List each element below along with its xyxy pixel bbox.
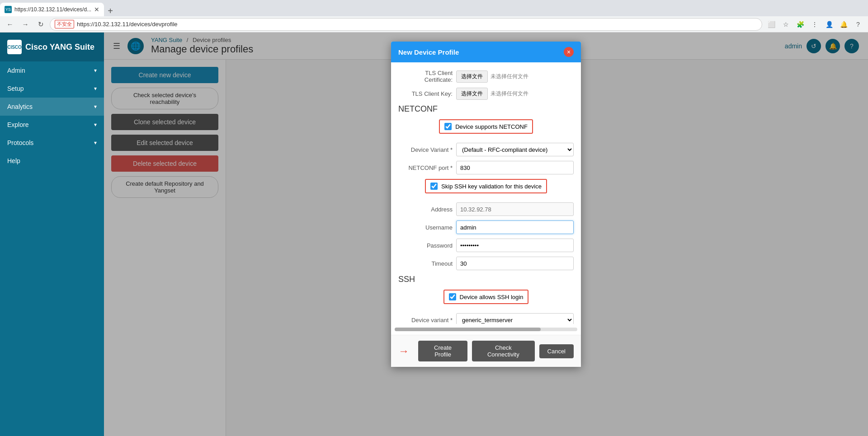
- sidebar-item-admin[interactable]: Admin ▾: [0, 61, 104, 80]
- scrollbar[interactable]: [395, 328, 577, 331]
- address-text: https://10.32.132.11/devices/devprofile: [77, 21, 178, 28]
- forward-button[interactable]: →: [19, 18, 32, 31]
- tab-favicon: YS: [5, 6, 12, 13]
- profile-icon[interactable]: 👤: [823, 18, 835, 31]
- tls-cert-filename: 未选择任何文件: [491, 73, 528, 80]
- netconf-supports-checkbox-group: Device supports NETCONF: [439, 119, 533, 134]
- tab-close-btn[interactable]: ✕: [94, 6, 99, 13]
- netconf-supports-row: Device supports NETCONF: [398, 119, 574, 138]
- cancel-button[interactable]: Cancel: [539, 344, 574, 358]
- chevron-admin: ▾: [94, 67, 97, 74]
- cast-icon[interactable]: ⬜: [765, 18, 778, 31]
- netconf-address-input[interactable]: [456, 202, 574, 216]
- notification-icon[interactable]: 🔔: [837, 18, 850, 31]
- ssh-allows-label[interactable]: Device allows SSH login: [460, 294, 524, 300]
- skip-ssh-row: Skip SSH key validation for this device: [398, 179, 574, 198]
- ssh-allows-checkbox-group: Device allows SSH login: [443, 290, 529, 304]
- sidebar-item-setup[interactable]: Setup ▾: [0, 80, 104, 98]
- netconf-address-label: Address: [398, 206, 453, 213]
- sidebar-item-analytics[interactable]: Analytics ▾: [0, 98, 104, 116]
- tls-key-file-group: 选择文件 未选择任何文件: [456, 88, 574, 100]
- create-profile-button[interactable]: Create Profile: [418, 341, 467, 361]
- netconf-password-row: Password: [398, 239, 574, 252]
- skip-ssh-checkbox[interactable]: [430, 183, 438, 190]
- toolbar-icons: ⬜ ☆ 🧩 ⋮ 👤 🔔 ?: [765, 18, 864, 31]
- netconf-port-label: NETCONF port *: [398, 164, 453, 171]
- browser-toolbar: ← → ↻ 不安全 https://10.32.132.11/devices/d…: [0, 16, 868, 33]
- tab-title: https://10.32.132.11/devices/d...: [14, 6, 91, 13]
- tls-cert-row: TLS Client Certificate: 选择文件 未选择任何文件: [398, 70, 574, 83]
- ssh-device-variant-label: Device variant *: [398, 317, 453, 323]
- netconf-supports-label[interactable]: Device supports NETCONF: [455, 123, 528, 130]
- sidebar-item-protocols[interactable]: Protocols ▾: [0, 134, 104, 152]
- arrow-indicator: →: [398, 345, 409, 357]
- sidebar-label-analytics: Analytics: [7, 103, 33, 110]
- netconf-supports-checkbox[interactable]: [444, 123, 452, 130]
- netconf-username-input[interactable]: [456, 220, 574, 234]
- new-tab-button[interactable]: +: [104, 6, 117, 16]
- help-icon[interactable]: ?: [852, 18, 864, 31]
- security-warning: 不安全: [55, 20, 74, 28]
- netconf-username-label: Username: [398, 224, 453, 231]
- sidebar-label-setup: Setup: [7, 85, 24, 92]
- netconf-password-label: Password: [398, 242, 453, 249]
- skip-ssh-label[interactable]: Skip SSH key validation for this device: [441, 183, 542, 190]
- refresh-button[interactable]: ↻: [34, 18, 47, 31]
- netconf-timeout-input[interactable]: [456, 257, 574, 270]
- netconf-section-title: NETCONF: [398, 104, 574, 114]
- browser-chrome: YS https://10.32.132.11/devices/d... ✕ +…: [0, 0, 868, 33]
- netconf-timeout-row: Timeout: [398, 257, 574, 270]
- sidebar-label-admin: Admin: [7, 67, 25, 74]
- modal-close-button[interactable]: ×: [564, 47, 574, 57]
- check-connectivity-button[interactable]: Check Connectivity: [472, 341, 534, 361]
- sidebar-label-protocols: Protocols: [7, 139, 33, 146]
- scrollbar-thumb: [395, 328, 541, 331]
- address-bar[interactable]: 不安全 https://10.32.132.11/devices/devprof…: [50, 18, 762, 31]
- chevron-setup: ▾: [94, 85, 97, 92]
- tls-key-file-button[interactable]: 选择文件: [456, 88, 488, 100]
- sidebar: CISCO Cisco YANG Suite Admin ▾ Setup ▾ A…: [0, 33, 104, 436]
- skip-ssh-checkbox-group: Skip SSH key validation for this device: [425, 179, 547, 193]
- ssh-allows-checkbox[interactable]: [449, 293, 456, 300]
- modal-overlay: New Device Profile × TLS Client Certific…: [104, 33, 868, 436]
- tls-key-row: TLS Client Key: 选择文件 未选择任何文件: [398, 88, 574, 100]
- sidebar-label-explore: Explore: [7, 121, 28, 128]
- modal-scrollbar-area: [391, 324, 581, 335]
- tls-cert-label: TLS Client Certificate:: [398, 70, 453, 83]
- ssh-allows-row: Device allows SSH login: [398, 290, 574, 309]
- active-tab[interactable]: YS https://10.32.132.11/devices/d... ✕: [0, 3, 104, 16]
- sidebar-header: CISCO Cisco YANG Suite: [0, 33, 104, 61]
- app-container: CISCO Cisco YANG Suite Admin ▾ Setup ▾ A…: [0, 33, 868, 436]
- device-variant-row: Device Variant * (Default - RFC-complian…: [398, 143, 574, 156]
- sidebar-item-help[interactable]: Help: [0, 152, 104, 170]
- logo-text: CISCO: [7, 45, 22, 50]
- device-variant-label: Device Variant *: [398, 146, 453, 153]
- tls-cert-file-button[interactable]: 选择文件: [456, 70, 488, 83]
- netconf-username-row: Username: [398, 220, 574, 234]
- modal-title: New Device Profile: [398, 48, 459, 56]
- ssh-device-variant-select[interactable]: generic_termserver: [456, 313, 574, 324]
- sidebar-brand: Cisco YANG Suite: [25, 42, 94, 52]
- back-button[interactable]: ←: [4, 18, 16, 31]
- chevron-protocols: ▾: [94, 140, 97, 146]
- ssh-section-title: SSH: [398, 275, 574, 284]
- chevron-analytics: ▾: [94, 103, 97, 110]
- sidebar-item-explore[interactable]: Explore ▾: [0, 116, 104, 134]
- tls-key-label: TLS Client Key:: [398, 90, 453, 97]
- netconf-password-input[interactable]: [456, 239, 574, 252]
- chevron-explore: ▾: [94, 122, 97, 128]
- bookmark-icon[interactable]: ☆: [779, 18, 792, 31]
- netconf-timeout-label: Timeout: [398, 260, 453, 267]
- tls-key-filename: 未选择任何文件: [491, 90, 528, 98]
- new-device-profile-modal: New Device Profile × TLS Client Certific…: [391, 42, 581, 367]
- device-panel: Create new device Check selected device'…: [104, 60, 868, 436]
- netconf-port-input[interactable]: [456, 161, 574, 174]
- device-variant-select[interactable]: (Default - RFC-compliant device): [456, 143, 574, 156]
- menu-icon[interactable]: ⋮: [808, 18, 821, 31]
- modal-footer: → Create Profile Check Connectivity Canc…: [391, 335, 581, 367]
- netconf-address-row: Address: [398, 202, 574, 216]
- cisco-logo: CISCO: [7, 40, 22, 54]
- browser-tabs: YS https://10.32.132.11/devices/d... ✕ +: [0, 0, 868, 16]
- extensions-icon[interactable]: 🧩: [794, 18, 807, 31]
- sidebar-label-help: Help: [7, 157, 20, 164]
